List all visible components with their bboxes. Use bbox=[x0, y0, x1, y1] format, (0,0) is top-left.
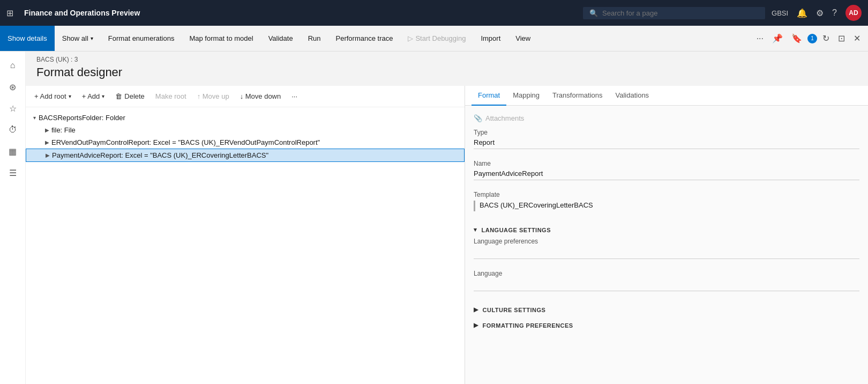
language-settings-label: LANGUAGE SETTINGS bbox=[482, 227, 551, 233]
sidebar-icon-recent[interactable]: ⏱ bbox=[3, 120, 23, 139]
language-value[interactable] bbox=[474, 279, 859, 291]
show-all-button[interactable]: Show all ▾ bbox=[55, 26, 101, 51]
sidebar-icon-home[interactable]: ⌂ bbox=[3, 56, 23, 75]
template-label: Template bbox=[474, 191, 859, 198]
delete-icon: 🗑 bbox=[115, 92, 122, 100]
more-button[interactable]: ··· bbox=[753, 32, 767, 46]
help-icon[interactable]: ? bbox=[832, 8, 837, 18]
run-button[interactable]: Run bbox=[301, 26, 328, 51]
map-format-label: Map format to model bbox=[189, 34, 253, 42]
show-details-button[interactable]: Show details bbox=[0, 26, 55, 51]
culture-settings-label: CULTURE SETTINGS bbox=[483, 307, 546, 313]
start-debugging-icon: ▷ bbox=[408, 34, 413, 42]
name-field: Name PaymentAdviceReport bbox=[474, 160, 859, 180]
template-value-row: BACS (UK)_ERCoveringLetterBACS bbox=[474, 201, 859, 211]
language-prefs-field: Language preferences bbox=[474, 238, 859, 259]
tab-validations[interactable]: Validations bbox=[609, 86, 655, 106]
move-down-label: ↓ Move down bbox=[240, 92, 281, 100]
notification-icon[interactable]: 🔔 bbox=[797, 8, 807, 18]
culture-settings-chevron: ▶ bbox=[474, 306, 478, 313]
show-details-label: Show details bbox=[8, 34, 47, 42]
search-bar[interactable]: 🔍 bbox=[583, 7, 765, 19]
user-avatar[interactable]: AD bbox=[845, 5, 862, 21]
attachment-label: Attachments bbox=[485, 114, 524, 122]
tree-node-payment[interactable]: ▶ PaymentAdviceReport: Excel = "BACS (UK… bbox=[26, 149, 465, 162]
search-icon: 🔍 bbox=[589, 9, 598, 17]
bookmark-button[interactable]: 🔖 bbox=[788, 31, 805, 46]
formatting-prefs-header[interactable]: ▶ FORMATTING PREFERENCES bbox=[474, 317, 859, 333]
add-chevron: ▾ bbox=[102, 93, 104, 99]
language-label: Language bbox=[474, 270, 859, 277]
tab-transformations[interactable]: Transformations bbox=[546, 86, 609, 106]
template-field: Template BACS (UK)_ERCoveringLetterBACS bbox=[474, 191, 859, 211]
expand-icon-ervend[interactable]: ▶ bbox=[43, 139, 51, 145]
sidebar-icon-star[interactable]: ☆ bbox=[3, 99, 23, 118]
expand-icon-bacs[interactable]: ▾ bbox=[30, 115, 39, 121]
move-down-button[interactable]: ↓ Move down bbox=[236, 90, 286, 102]
type-field: Type Report bbox=[474, 129, 859, 149]
make-root-label: Make root bbox=[155, 92, 186, 100]
start-debugging-button[interactable]: ▷ Start Debugging bbox=[400, 26, 473, 51]
breadcrumb: BACS (UK) : 3 bbox=[26, 51, 868, 65]
node-text-payment: PaymentAdviceReport: Excel = "BACS (UK)_… bbox=[52, 151, 460, 159]
start-debugging-label: Start Debugging bbox=[415, 34, 466, 42]
expand-icon-payment[interactable]: ▶ bbox=[43, 152, 52, 158]
language-settings-header[interactable]: ▾ LANGUAGE SETTINGS bbox=[474, 222, 859, 238]
validate-button[interactable]: Validate bbox=[261, 26, 301, 51]
view-button[interactable]: View bbox=[508, 26, 538, 51]
refresh-button[interactable]: ↻ bbox=[819, 31, 833, 46]
move-up-label: ↑ Move up bbox=[197, 92, 229, 100]
tree-node-bacs-folder[interactable]: ▾ BACSReportsFolder: Folder bbox=[26, 112, 465, 124]
properties-panel: Format Mapping Transformations Validatio… bbox=[465, 86, 868, 384]
performance-trace-button[interactable]: Performance trace bbox=[328, 26, 401, 51]
main-layout: ⌂ ⊛ ☆ ⏱ ▦ ☰ BACS (UK) : 3 Format designe… bbox=[0, 51, 868, 384]
close-button[interactable]: ✕ bbox=[850, 31, 864, 46]
formatting-prefs-label: FORMATTING PREFERENCES bbox=[483, 322, 573, 329]
tree-toolbar: + Add root ▾ + Add ▾ 🗑 Delete Make root bbox=[26, 86, 465, 107]
popout-button[interactable]: ⊡ bbox=[835, 31, 848, 46]
search-input[interactable] bbox=[602, 9, 759, 17]
content-area: BACS (UK) : 3 Format designer + Add root… bbox=[26, 51, 868, 384]
sidebar-icons: ⌂ ⊛ ☆ ⏱ ▦ ☰ bbox=[0, 51, 26, 384]
name-label: Name bbox=[474, 160, 859, 167]
add-root-button[interactable]: + Add root ▾ bbox=[30, 90, 76, 102]
toolbar-right: ··· 📌 🔖 1 ↻ ⊡ ✕ bbox=[753, 31, 868, 46]
culture-settings-header[interactable]: ▶ CULTURE SETTINGS bbox=[474, 302, 859, 317]
import-button[interactable]: Import bbox=[473, 26, 508, 51]
tree-node-ervend[interactable]: ▶ ERVendOutPaymControlReport: Excel = "B… bbox=[26, 136, 465, 149]
designer-area: + Add root ▾ + Add ▾ 🗑 Delete Make root bbox=[26, 86, 868, 384]
map-format-button[interactable]: Map format to model bbox=[182, 26, 260, 51]
sidebar-icon-list[interactable]: ☰ bbox=[3, 163, 23, 182]
type-value[interactable]: Report bbox=[474, 138, 859, 149]
sidebar-icon-filter[interactable]: ⊛ bbox=[3, 77, 23, 97]
grid-icon[interactable]: ⊞ bbox=[6, 8, 13, 18]
run-label: Run bbox=[308, 34, 321, 42]
badge-count: 1 bbox=[807, 34, 817, 43]
more-tree-button[interactable]: ··· bbox=[287, 90, 302, 102]
node-text-ervend: ERVendOutPaymControlReport: Excel = "BAC… bbox=[51, 138, 460, 146]
tab-format[interactable]: Format bbox=[472, 86, 506, 106]
template-bar bbox=[474, 201, 475, 211]
make-root-button[interactable]: Make root bbox=[151, 90, 191, 102]
delete-label: Delete bbox=[124, 92, 145, 100]
attachment-row: 📎 Attachments bbox=[474, 114, 859, 129]
language-settings-chevron: ▾ bbox=[474, 226, 477, 233]
format-enumerations-button[interactable]: Format enumerations bbox=[101, 26, 182, 51]
language-prefs-label: Language preferences bbox=[474, 238, 859, 245]
add-button[interactable]: + Add ▾ bbox=[78, 90, 109, 102]
pin-button[interactable]: 📌 bbox=[769, 31, 786, 46]
name-value[interactable]: PaymentAdviceReport bbox=[474, 169, 859, 180]
move-up-button[interactable]: ↑ Move up bbox=[193, 90, 234, 102]
delete-button[interactable]: 🗑 Delete bbox=[111, 90, 149, 102]
validate-label: Validate bbox=[268, 34, 293, 42]
template-value[interactable]: BACS (UK)_ERCoveringLetterBACS bbox=[480, 201, 859, 211]
tree-node-file[interactable]: ▶ file: File bbox=[26, 124, 465, 136]
add-label: + Add bbox=[82, 92, 100, 100]
settings-icon[interactable]: ⚙ bbox=[816, 8, 824, 18]
language-prefs-value[interactable] bbox=[474, 247, 859, 259]
type-label: Type bbox=[474, 129, 859, 136]
app-title: Finance and Operations Preview bbox=[24, 9, 577, 17]
expand-icon-file[interactable]: ▶ bbox=[43, 127, 51, 133]
sidebar-icon-workspace[interactable]: ▦ bbox=[3, 142, 23, 161]
tab-mapping[interactable]: Mapping bbox=[506, 86, 546, 106]
